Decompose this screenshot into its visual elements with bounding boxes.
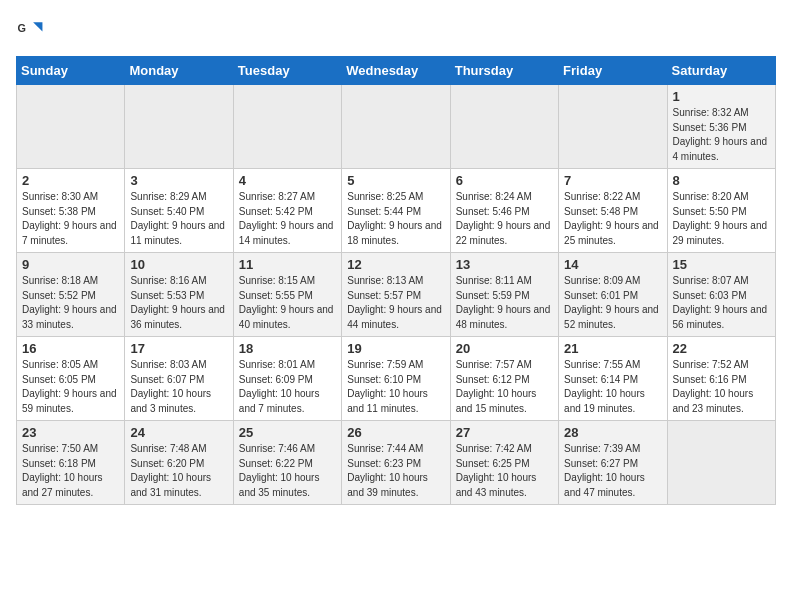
calendar-day-cell: 20Sunrise: 7:57 AM Sunset: 6:12 PM Dayli…: [450, 337, 558, 421]
calendar-day-cell: 26Sunrise: 7:44 AM Sunset: 6:23 PM Dayli…: [342, 421, 450, 505]
day-info: Sunrise: 8:11 AM Sunset: 5:59 PM Dayligh…: [456, 274, 553, 332]
day-info: Sunrise: 7:44 AM Sunset: 6:23 PM Dayligh…: [347, 442, 444, 500]
day-number: 4: [239, 173, 336, 188]
calendar-day-cell: 1Sunrise: 8:32 AM Sunset: 5:36 PM Daylig…: [667, 85, 775, 169]
day-number: 20: [456, 341, 553, 356]
page-header: G: [16, 16, 776, 44]
day-number: 12: [347, 257, 444, 272]
calendar-week-row: 23Sunrise: 7:50 AM Sunset: 6:18 PM Dayli…: [17, 421, 776, 505]
day-number: 11: [239, 257, 336, 272]
weekday-header-wednesday: Wednesday: [342, 57, 450, 85]
weekday-header-monday: Monday: [125, 57, 233, 85]
calendar-day-cell: 10Sunrise: 8:16 AM Sunset: 5:53 PM Dayli…: [125, 253, 233, 337]
day-info: Sunrise: 7:52 AM Sunset: 6:16 PM Dayligh…: [673, 358, 770, 416]
day-info: Sunrise: 8:05 AM Sunset: 6:05 PM Dayligh…: [22, 358, 119, 416]
calendar-day-cell: 17Sunrise: 8:03 AM Sunset: 6:07 PM Dayli…: [125, 337, 233, 421]
day-number: 13: [456, 257, 553, 272]
day-number: 25: [239, 425, 336, 440]
day-number: 9: [22, 257, 119, 272]
weekday-header-thursday: Thursday: [450, 57, 558, 85]
day-info: Sunrise: 8:27 AM Sunset: 5:42 PM Dayligh…: [239, 190, 336, 248]
day-info: Sunrise: 8:03 AM Sunset: 6:07 PM Dayligh…: [130, 358, 227, 416]
day-number: 3: [130, 173, 227, 188]
calendar-day-cell: [233, 85, 341, 169]
calendar-day-cell: 14Sunrise: 8:09 AM Sunset: 6:01 PM Dayli…: [559, 253, 667, 337]
day-number: 2: [22, 173, 119, 188]
day-info: Sunrise: 8:20 AM Sunset: 5:50 PM Dayligh…: [673, 190, 770, 248]
calendar-day-cell: 16Sunrise: 8:05 AM Sunset: 6:05 PM Dayli…: [17, 337, 125, 421]
day-info: Sunrise: 8:32 AM Sunset: 5:36 PM Dayligh…: [673, 106, 770, 164]
calendar-table: SundayMondayTuesdayWednesdayThursdayFrid…: [16, 56, 776, 505]
day-info: Sunrise: 7:59 AM Sunset: 6:10 PM Dayligh…: [347, 358, 444, 416]
day-info: Sunrise: 8:24 AM Sunset: 5:46 PM Dayligh…: [456, 190, 553, 248]
day-number: 24: [130, 425, 227, 440]
svg-text:G: G: [18, 22, 26, 34]
calendar-day-cell: 7Sunrise: 8:22 AM Sunset: 5:48 PM Daylig…: [559, 169, 667, 253]
day-info: Sunrise: 8:30 AM Sunset: 5:38 PM Dayligh…: [22, 190, 119, 248]
calendar-day-cell: [667, 421, 775, 505]
calendar-week-row: 2Sunrise: 8:30 AM Sunset: 5:38 PM Daylig…: [17, 169, 776, 253]
day-info: Sunrise: 8:18 AM Sunset: 5:52 PM Dayligh…: [22, 274, 119, 332]
calendar-day-cell: 18Sunrise: 8:01 AM Sunset: 6:09 PM Dayli…: [233, 337, 341, 421]
day-info: Sunrise: 8:22 AM Sunset: 5:48 PM Dayligh…: [564, 190, 661, 248]
day-number: 6: [456, 173, 553, 188]
calendar-day-cell: 27Sunrise: 7:42 AM Sunset: 6:25 PM Dayli…: [450, 421, 558, 505]
day-number: 10: [130, 257, 227, 272]
day-info: Sunrise: 8:25 AM Sunset: 5:44 PM Dayligh…: [347, 190, 444, 248]
calendar-day-cell: [17, 85, 125, 169]
day-info: Sunrise: 8:01 AM Sunset: 6:09 PM Dayligh…: [239, 358, 336, 416]
calendar-day-cell: 5Sunrise: 8:25 AM Sunset: 5:44 PM Daylig…: [342, 169, 450, 253]
weekday-header-sunday: Sunday: [17, 57, 125, 85]
calendar-week-row: 9Sunrise: 8:18 AM Sunset: 5:52 PM Daylig…: [17, 253, 776, 337]
calendar-day-cell: [559, 85, 667, 169]
calendar-day-cell: 2Sunrise: 8:30 AM Sunset: 5:38 PM Daylig…: [17, 169, 125, 253]
calendar-day-cell: 21Sunrise: 7:55 AM Sunset: 6:14 PM Dayli…: [559, 337, 667, 421]
calendar-day-cell: 22Sunrise: 7:52 AM Sunset: 6:16 PM Dayli…: [667, 337, 775, 421]
calendar-day-cell: 19Sunrise: 7:59 AM Sunset: 6:10 PM Dayli…: [342, 337, 450, 421]
calendar-day-cell: [450, 85, 558, 169]
day-number: 19: [347, 341, 444, 356]
calendar-day-cell: 6Sunrise: 8:24 AM Sunset: 5:46 PM Daylig…: [450, 169, 558, 253]
day-number: 16: [22, 341, 119, 356]
day-info: Sunrise: 8:07 AM Sunset: 6:03 PM Dayligh…: [673, 274, 770, 332]
day-info: Sunrise: 8:09 AM Sunset: 6:01 PM Dayligh…: [564, 274, 661, 332]
day-info: Sunrise: 7:48 AM Sunset: 6:20 PM Dayligh…: [130, 442, 227, 500]
day-number: 14: [564, 257, 661, 272]
calendar-day-cell: [125, 85, 233, 169]
calendar-day-cell: 3Sunrise: 8:29 AM Sunset: 5:40 PM Daylig…: [125, 169, 233, 253]
day-number: 23: [22, 425, 119, 440]
day-number: 7: [564, 173, 661, 188]
day-number: 21: [564, 341, 661, 356]
calendar-day-cell: 24Sunrise: 7:48 AM Sunset: 6:20 PM Dayli…: [125, 421, 233, 505]
weekday-header-saturday: Saturday: [667, 57, 775, 85]
calendar-week-row: 1Sunrise: 8:32 AM Sunset: 5:36 PM Daylig…: [17, 85, 776, 169]
calendar-day-cell: 13Sunrise: 8:11 AM Sunset: 5:59 PM Dayli…: [450, 253, 558, 337]
logo-icon: G: [16, 16, 44, 44]
day-info: Sunrise: 8:13 AM Sunset: 5:57 PM Dayligh…: [347, 274, 444, 332]
day-number: 26: [347, 425, 444, 440]
day-info: Sunrise: 7:57 AM Sunset: 6:12 PM Dayligh…: [456, 358, 553, 416]
calendar-day-cell: 15Sunrise: 8:07 AM Sunset: 6:03 PM Dayli…: [667, 253, 775, 337]
day-number: 1: [673, 89, 770, 104]
calendar-day-cell: 25Sunrise: 7:46 AM Sunset: 6:22 PM Dayli…: [233, 421, 341, 505]
day-info: Sunrise: 8:29 AM Sunset: 5:40 PM Dayligh…: [130, 190, 227, 248]
day-info: Sunrise: 7:50 AM Sunset: 6:18 PM Dayligh…: [22, 442, 119, 500]
calendar-day-cell: 11Sunrise: 8:15 AM Sunset: 5:55 PM Dayli…: [233, 253, 341, 337]
weekday-header-friday: Friday: [559, 57, 667, 85]
calendar-day-cell: 4Sunrise: 8:27 AM Sunset: 5:42 PM Daylig…: [233, 169, 341, 253]
day-number: 22: [673, 341, 770, 356]
day-number: 15: [673, 257, 770, 272]
calendar-day-cell: 28Sunrise: 7:39 AM Sunset: 6:27 PM Dayli…: [559, 421, 667, 505]
day-info: Sunrise: 7:42 AM Sunset: 6:25 PM Dayligh…: [456, 442, 553, 500]
day-info: Sunrise: 8:16 AM Sunset: 5:53 PM Dayligh…: [130, 274, 227, 332]
day-info: Sunrise: 7:39 AM Sunset: 6:27 PM Dayligh…: [564, 442, 661, 500]
calendar-day-cell: [342, 85, 450, 169]
calendar-header-row: SundayMondayTuesdayWednesdayThursdayFrid…: [17, 57, 776, 85]
day-number: 5: [347, 173, 444, 188]
weekday-header-tuesday: Tuesday: [233, 57, 341, 85]
calendar-day-cell: 9Sunrise: 8:18 AM Sunset: 5:52 PM Daylig…: [17, 253, 125, 337]
day-number: 28: [564, 425, 661, 440]
day-number: 18: [239, 341, 336, 356]
day-number: 17: [130, 341, 227, 356]
svg-marker-1: [33, 22, 42, 31]
